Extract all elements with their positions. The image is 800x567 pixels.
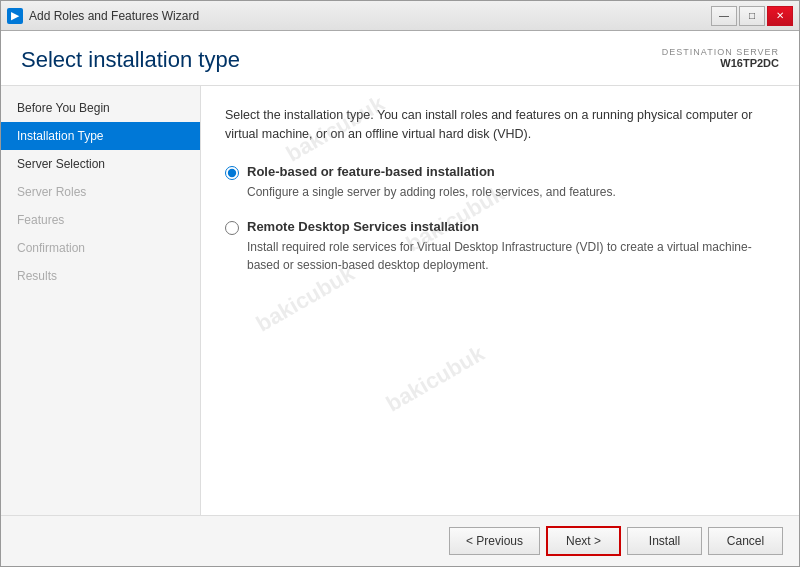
destination-server-info: DESTINATION SERVER W16TP2DC bbox=[662, 47, 779, 69]
option-remote-desktop-description: Install required role services for Virtu… bbox=[247, 238, 775, 274]
destination-name: W16TP2DC bbox=[662, 57, 779, 69]
radio-remote-desktop[interactable] bbox=[225, 221, 239, 235]
header: Select installation type DESTINATION SER… bbox=[1, 31, 799, 86]
close-button[interactable]: ✕ bbox=[767, 6, 793, 26]
destination-label: DESTINATION SERVER bbox=[662, 47, 779, 57]
option-role-based-title: Role-based or feature-based installation bbox=[247, 164, 495, 179]
next-button[interactable]: Next > bbox=[546, 526, 621, 556]
radio-role-based[interactable] bbox=[225, 166, 239, 180]
maximize-button[interactable]: □ bbox=[739, 6, 765, 26]
option-remote-desktop-label[interactable]: Remote Desktop Services installation bbox=[225, 219, 775, 235]
footer: < Previous Next > Install Cancel bbox=[1, 515, 799, 566]
sidebar-item-confirmation: Confirmation bbox=[1, 234, 200, 262]
option-remote-desktop: Remote Desktop Services installation Ins… bbox=[225, 219, 775, 274]
option-remote-desktop-title: Remote Desktop Services installation bbox=[247, 219, 479, 234]
window-controls: — □ ✕ bbox=[711, 6, 793, 26]
title-bar-left: ▶ Add Roles and Features Wizard bbox=[7, 8, 199, 24]
option-role-based: Role-based or feature-based installation… bbox=[225, 164, 775, 201]
sidebar-item-server-roles: Server Roles bbox=[1, 178, 200, 206]
page-title: Select installation type bbox=[21, 47, 240, 73]
app-icon: ▶ bbox=[7, 8, 23, 24]
sidebar-item-server-selection[interactable]: Server Selection bbox=[1, 150, 200, 178]
watermark-4: bakicubuk bbox=[382, 341, 489, 418]
wizard-window: ▶ Add Roles and Features Wizard — □ ✕ Se… bbox=[0, 0, 800, 567]
minimize-button[interactable]: — bbox=[711, 6, 737, 26]
sidebar-item-installation-type[interactable]: Installation Type bbox=[1, 122, 200, 150]
sidebar-item-before-you-begin[interactable]: Before You Begin bbox=[1, 94, 200, 122]
sidebar: Before You Begin Installation Type Serve… bbox=[1, 86, 201, 515]
content-panel: bakicubuk bakicubuk bakicubuk bakicubuk … bbox=[201, 86, 799, 515]
option-role-based-description: Configure a single server by adding role… bbox=[247, 183, 775, 201]
sidebar-item-features: Features bbox=[1, 206, 200, 234]
sidebar-item-results: Results bbox=[1, 262, 200, 290]
previous-button[interactable]: < Previous bbox=[449, 527, 540, 555]
content-description: Select the installation type. You can in… bbox=[225, 106, 775, 144]
option-role-based-label[interactable]: Role-based or feature-based installation bbox=[225, 164, 775, 180]
install-button[interactable]: Install bbox=[627, 527, 702, 555]
title-bar: ▶ Add Roles and Features Wizard — □ ✕ bbox=[1, 1, 799, 31]
main-content: Select installation type DESTINATION SER… bbox=[1, 31, 799, 515]
body-area: Before You Begin Installation Type Serve… bbox=[1, 86, 799, 515]
window-title: Add Roles and Features Wizard bbox=[29, 9, 199, 23]
cancel-button[interactable]: Cancel bbox=[708, 527, 783, 555]
